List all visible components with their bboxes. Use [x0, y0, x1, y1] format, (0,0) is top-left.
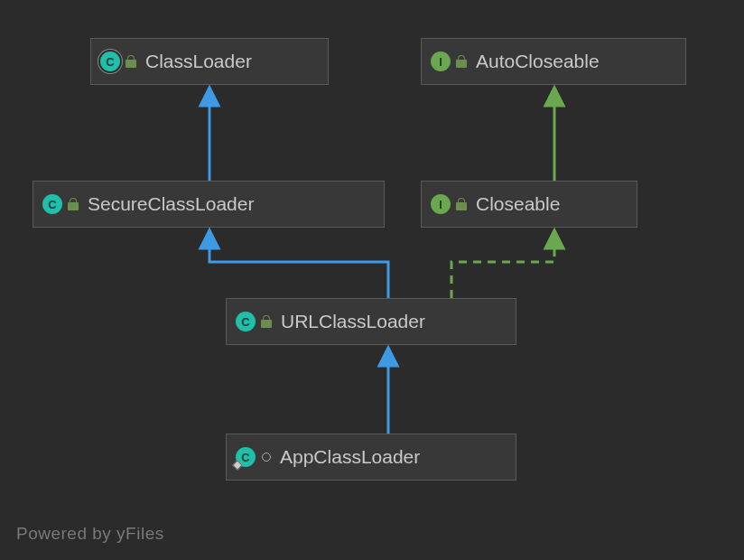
node-urlclassloader[interactable]: URLClassLoader	[226, 298, 516, 345]
node-classloader[interactable]: ClassLoader	[90, 38, 329, 85]
class-icon	[236, 312, 256, 331]
lock-icon	[456, 198, 467, 210]
powered-by-label: Powered by yFiles	[16, 524, 164, 544]
node-label: Closeable	[476, 193, 560, 215]
node-appclassloader[interactable]: AppClassLoader	[226, 434, 516, 481]
node-label: URLClassLoader	[281, 311, 425, 332]
node-autocloseable[interactable]: AutoCloseable	[421, 38, 686, 85]
interface-icon	[431, 194, 451, 214]
lock-icon	[68, 198, 79, 210]
class-icon	[42, 194, 62, 214]
node-label: ClassLoader	[145, 51, 252, 72]
node-label: AppClassLoader	[280, 446, 420, 468]
node-label: SecureClassLoader	[88, 193, 254, 215]
node-secureclassloader[interactable]: SecureClassLoader	[33, 181, 385, 228]
class-icon	[100, 51, 120, 71]
edge-implements	[451, 238, 554, 298]
lock-icon	[456, 55, 467, 68]
edge-extends	[209, 238, 388, 298]
lock-icon	[126, 55, 136, 68]
visibility-icon	[262, 453, 271, 462]
interface-icon	[431, 51, 451, 71]
node-closeable[interactable]: Closeable	[421, 181, 637, 228]
node-label: AutoCloseable	[476, 51, 600, 72]
class-icon	[236, 447, 256, 467]
lock-icon	[261, 315, 272, 328]
